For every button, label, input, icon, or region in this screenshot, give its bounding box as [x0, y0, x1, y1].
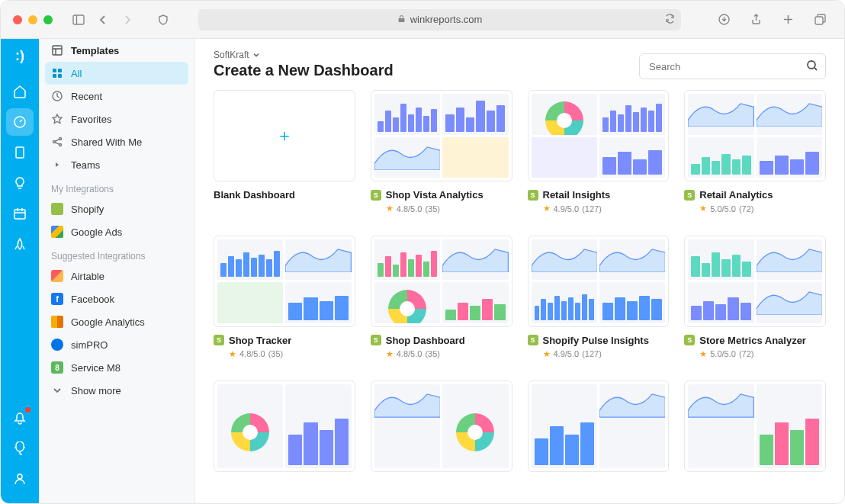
show-more-button[interactable]: Show more — [39, 379, 194, 402]
rail-lightbulb-icon[interactable] — [6, 169, 34, 197]
template-card: Retail Insights★4.9/5.0(127) — [528, 90, 670, 220]
shopify-icon — [528, 335, 538, 345]
forward-button[interactable] — [119, 11, 136, 28]
template-thumbnail[interactable] — [528, 236, 670, 327]
chevron-down-icon — [51, 384, 63, 396]
template-thumbnail[interactable] — [214, 236, 355, 327]
template-thumbnail[interactable] — [214, 380, 355, 472]
shopify-icon — [684, 190, 695, 201]
template-rating: ★4.9/5.0(127) — [543, 204, 670, 213]
template-card — [371, 380, 512, 486]
sidebar-item-label: Favorites — [71, 114, 111, 125]
share-icon — [51, 136, 63, 148]
integration-simpro[interactable]: simPRO — [39, 333, 194, 356]
rail-document-icon[interactable] — [6, 139, 34, 166]
template-thumbnail[interactable] — [371, 380, 512, 472]
url-text: winkreports.com — [410, 14, 483, 25]
rail-deploy-icon[interactable] — [6, 230, 34, 258]
new-tab-icon[interactable] — [779, 11, 796, 28]
browser-chrome: winkreports.com — [1, 1, 844, 39]
integration-google-analytics[interactable]: Google Analytics — [39, 310, 194, 333]
maximize-window-button[interactable] — [43, 15, 53, 24]
svg-rect-0 — [73, 15, 84, 24]
template-card: Shop Dashboard★4.8/5.0(35) — [371, 236, 512, 366]
template-thumbnail[interactable] — [371, 236, 512, 327]
download-icon[interactable] — [715, 11, 732, 28]
shopify-icon — [371, 335, 381, 345]
tabs-icon[interactable] — [811, 11, 828, 28]
svg-point-17 — [808, 61, 815, 69]
sidebar-toggle-icon[interactable] — [70, 11, 87, 28]
sidebar-item-templates[interactable]: Templates — [39, 39, 194, 62]
star-icon: ★ — [699, 204, 707, 213]
minimize-window-button[interactable] — [28, 15, 37, 24]
svg-rect-10 — [58, 69, 62, 72]
template-card — [684, 380, 826, 486]
template-thumbnail[interactable] — [684, 236, 826, 327]
sidebar-item-favorites[interactable]: Favorites — [39, 108, 194, 130]
sidebar-item-teams[interactable]: Teams — [39, 153, 194, 176]
template-card — [528, 380, 670, 486]
suggested-integrations-heading: Suggested Integrations — [39, 243, 194, 265]
star-icon: ★ — [699, 349, 707, 359]
url-bar[interactable]: winkreports.com — [198, 9, 681, 30]
template-card: Shop Tracker★4.8/5.0(35) — [214, 236, 355, 366]
integration-shopify[interactable]: Shopify — [39, 197, 194, 220]
share-icon[interactable] — [747, 11, 764, 28]
svg-rect-8 — [53, 46, 62, 55]
template-title: Blank Dashboard — [214, 189, 295, 201]
template-card — [214, 380, 355, 486]
rail-user-icon[interactable] — [6, 465, 34, 493]
shield-icon[interactable] — [155, 11, 172, 28]
template-card: Retail Analytics★5.0/5.0(72) — [684, 90, 826, 220]
rail-dashboard-icon[interactable] — [6, 108, 34, 136]
template-grid: ＋Blank DashboardShop Vista Analytics★4.8… — [195, 87, 844, 504]
ganalytics-icon — [51, 316, 63, 328]
sidebar-item-label: Teams — [71, 159, 100, 171]
svg-rect-3 — [815, 17, 823, 24]
template-rating: ★5.0/5.0(72) — [699, 349, 826, 359]
caret-icon — [51, 159, 63, 171]
template-title: Retail Analytics — [699, 189, 773, 201]
topbar: SoftKraft Create a New Dashboard — [195, 39, 844, 87]
app-logo[interactable]: :) — [15, 48, 24, 64]
sidebar-item-label: Templates — [71, 45, 119, 56]
star-icon: ★ — [543, 204, 551, 213]
template-thumbnail[interactable] — [528, 380, 670, 472]
rail-calendar-icon[interactable] — [6, 200, 34, 227]
integration-label: Shopify — [71, 204, 104, 215]
workspace-name: SoftKraft — [214, 50, 249, 60]
template-rating: ★5.0/5.0(72) — [699, 204, 826, 213]
template-thumbnail[interactable] — [684, 380, 826, 472]
template-title: Shop Tracker — [229, 335, 291, 346]
template-thumbnail[interactable] — [684, 90, 826, 181]
search-icon[interactable] — [806, 59, 818, 75]
rail-support-icon[interactable] — [6, 435, 34, 462]
integration-airtable[interactable]: Airtable — [39, 265, 194, 287]
template-thumbnail[interactable] — [528, 90, 670, 181]
template-thumbnail[interactable]: ＋ — [214, 90, 355, 181]
svg-rect-9 — [53, 69, 56, 72]
template-rating: ★4.8/5.0(35) — [386, 204, 512, 213]
airtable-icon — [51, 270, 63, 282]
shopify-icon — [51, 203, 63, 215]
template-rating: ★4.8/5.0(35) — [386, 349, 512, 359]
back-button[interactable] — [95, 11, 111, 28]
template-title: Shop Dashboard — [386, 335, 465, 346]
integration-service-m8[interactable]: 8Service M8 — [39, 356, 194, 379]
lock-icon — [397, 14, 406, 25]
close-window-button[interactable] — [13, 15, 22, 24]
sidebar-item-all[interactable]: All — [45, 62, 188, 85]
shopify-icon — [684, 335, 695, 345]
shopify-icon — [371, 190, 381, 201]
sidebar-item-shared-with-me[interactable]: Shared With Me — [39, 130, 194, 153]
workspace-breadcrumb[interactable]: SoftKraft — [214, 50, 394, 60]
integration-google-ads[interactable]: Google Ads — [39, 220, 194, 243]
rail-notifications-icon[interactable] — [6, 404, 34, 432]
integration-facebook[interactable]: fFacebook — [39, 287, 194, 310]
template-thumbnail[interactable] — [371, 90, 512, 181]
refresh-icon[interactable] — [665, 14, 675, 26]
sidebar-item-recent[interactable]: Recent — [39, 85, 194, 108]
rail-home-icon[interactable] — [6, 78, 34, 105]
search-input[interactable] — [639, 53, 826, 79]
